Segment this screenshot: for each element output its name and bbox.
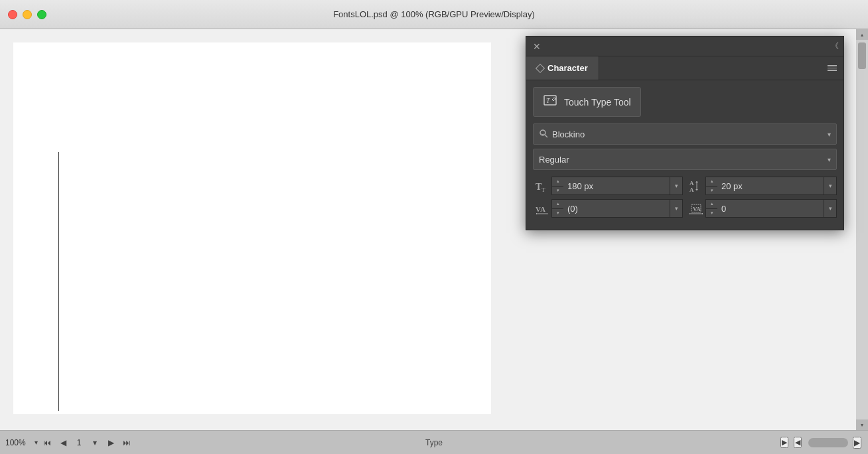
leading-up-button[interactable]: ▴: [706, 177, 717, 187]
leading-down-button[interactable]: ▾: [706, 187, 717, 195]
maximize-button[interactable]: [37, 10, 46, 19]
leading-spinner: ▴ ▾: [705, 177, 717, 195]
tracking-up-button[interactable]: ▴: [706, 200, 717, 209]
leading-group: A A ▴ ▾ 20 px ▾: [687, 177, 837, 195]
svg-text:A: A: [540, 205, 545, 213]
minimize-button[interactable]: [23, 10, 32, 19]
nav-first-button[interactable]: ⏮: [40, 436, 54, 449]
page-dropdown-button[interactable]: ▾: [88, 436, 102, 449]
font-family-value: Blockino: [552, 129, 828, 139]
panel-collapse-button[interactable]: 《: [831, 40, 838, 52]
font-family-dropdown-button[interactable]: ▾: [828, 131, 831, 138]
panel-close-button[interactable]: ✕: [532, 41, 542, 52]
font-search-icon: [539, 129, 548, 140]
kerning-dropdown-button[interactable]: ▾: [670, 199, 683, 218]
touch-type-tool-icon: T: [543, 93, 557, 111]
font-size-icon: T T: [533, 177, 551, 195]
scroll-up-button[interactable]: ▴: [856, 29, 868, 40]
menu-line-3: [828, 70, 837, 71]
svg-line-3: [545, 135, 547, 137]
text-cursor: [58, 152, 59, 411]
zoom-value: 100%: [5, 438, 32, 447]
font-style-dropdown-button[interactable]: ▾: [828, 156, 831, 163]
tab-character-label: Character: [547, 63, 588, 73]
scroll-down-button[interactable]: ▾: [856, 419, 868, 430]
title-bar: FontsLOL.psd @ 100% (RGB/GPU Preview/Dis…: [0, 0, 868, 29]
tracking-spinner: ▴ ▾: [705, 199, 717, 218]
page-number: 1: [72, 438, 86, 447]
panel-menu-button[interactable]: [821, 65, 843, 71]
leading-dropdown-button[interactable]: ▾: [824, 177, 837, 195]
svg-text:T: T: [546, 97, 551, 104]
kerning-group: V A ▴ ▾ (0) ▾: [533, 199, 683, 218]
play-forward-button[interactable]: ▶: [780, 437, 788, 448]
font-size-dropdown-button[interactable]: ▾: [670, 177, 683, 195]
font-size-group: T T ▴ ▾ 180 px ▾: [533, 177, 683, 195]
canvas-document: [13, 42, 491, 414]
font-size-up-button[interactable]: ▴: [552, 177, 563, 187]
tracking-dropdown-button[interactable]: ▾: [824, 199, 837, 218]
leading-icon: A A: [687, 177, 705, 195]
close-button[interactable]: [8, 10, 17, 19]
tracking-value[interactable]: 0: [717, 199, 824, 218]
kerning-up-button[interactable]: ▴: [552, 200, 563, 209]
panel-body: T Touch Type Tool Blockino ▾: [526, 80, 843, 230]
kerning-icon: V A: [533, 199, 551, 218]
svg-text:A: A: [689, 180, 694, 187]
nav-next-button[interactable]: ▶: [104, 436, 117, 449]
zoom-dropdown-button[interactable]: ▾: [35, 439, 38, 446]
panel-tabs: Character: [526, 56, 843, 80]
tracking-down-button[interactable]: ▾: [706, 209, 717, 218]
play-back-button[interactable]: ◀: [794, 437, 802, 448]
svg-text:T: T: [542, 187, 545, 193]
scroll-thumb[interactable]: [858, 42, 866, 69]
font-style-value: Regular: [539, 155, 828, 165]
menu-line-2: [828, 68, 837, 69]
font-size-down-button[interactable]: ▾: [552, 187, 563, 195]
svg-text:VA: VA: [693, 206, 701, 212]
scrollbar-right: ▴ ▾: [856, 29, 868, 430]
font-size-value[interactable]: 180 px: [563, 177, 670, 195]
bottom-right-arrow-button[interactable]: ▶: [853, 437, 861, 449]
metrics-row-1: T T ▴ ▾ 180 px ▾ A: [533, 177, 837, 195]
panel-header: ✕ 《: [526, 37, 843, 56]
font-size-spinner: ▴ ▾: [551, 177, 563, 195]
menu-line-1: [828, 65, 837, 66]
scrubber[interactable]: [808, 438, 848, 447]
nav-last-button[interactable]: ⏭: [120, 436, 133, 449]
kerning-spinner: ▴ ▾: [551, 199, 563, 218]
character-panel: ✕ 《 Character T: [526, 36, 844, 230]
font-style-row[interactable]: Regular ▾: [533, 149, 837, 170]
touch-type-tool-label: Touch Type Tool: [564, 97, 631, 108]
type-label: Type: [425, 438, 443, 447]
kerning-value[interactable]: (0): [563, 199, 670, 218]
diamond-icon: [536, 63, 545, 72]
touch-type-tool-button[interactable]: T Touch Type Tool: [533, 87, 641, 117]
font-family-row[interactable]: Blockino ▾: [533, 123, 837, 145]
kerning-down-button[interactable]: ▾: [552, 209, 563, 218]
tracking-group: VA ▴ ▾ 0 ▾: [687, 199, 837, 218]
leading-value[interactable]: 20 px: [717, 177, 824, 195]
bottom-bar: 100% ▾ ⏮ ◀ 1 ▾ ▶ ⏭ Type ▶ ◀ ▶: [0, 430, 868, 454]
nav-prev-button[interactable]: ◀: [56, 436, 70, 449]
metrics-row-2: V A ▴ ▾ (0) ▾: [533, 199, 837, 218]
tab-character[interactable]: Character: [526, 56, 599, 80]
main-area: ▴ ▾ ✕ 《 Character: [0, 29, 868, 430]
window-title: FontsLOL.psd @ 100% (RGB/GPU Preview/Dis…: [333, 9, 535, 19]
window-controls: [8, 10, 46, 19]
tracking-icon: VA: [687, 199, 705, 218]
svg-text:A: A: [689, 187, 694, 193]
